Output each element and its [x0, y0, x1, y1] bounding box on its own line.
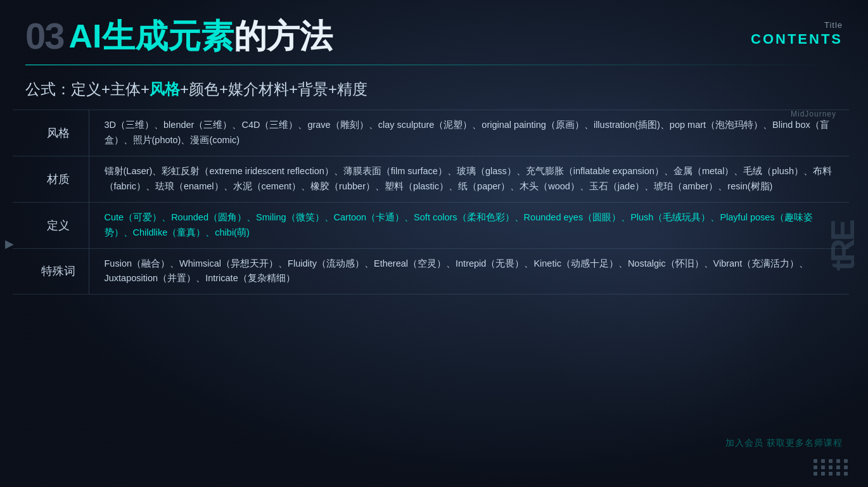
- dot: [821, 472, 825, 476]
- formula-label: 公式：定义+主体+: [25, 80, 150, 98]
- midjourney-watermark: MidJourney: [791, 110, 836, 118]
- formula-highlight: 风格: [150, 80, 180, 98]
- table-row: 风格 3D（三维）、blender（三维）、C4D（三维）、grave（雕刻）、…: [13, 110, 849, 156]
- row-content-special: Fusion（融合）、Whimsical（异想天开）、Fluidity（流动感）…: [89, 248, 849, 294]
- dot: [844, 459, 848, 463]
- dot: [829, 459, 833, 463]
- dot: [844, 472, 848, 476]
- row-label-style: 风格: [13, 110, 89, 156]
- dot: [836, 465, 840, 469]
- bottom-watermark-text: 加入会员 获取更多名师课程: [725, 438, 843, 449]
- dot: [814, 459, 817, 463]
- dot: [844, 465, 848, 469]
- row-content-style: 3D（三维）、blender（三维）、C4D（三维）、grave（雕刻）、cla…: [89, 110, 849, 156]
- table-row: 定义 Cute（可爱）、Rounded（圆角）、Smiling（微笑）、Cart…: [13, 202, 849, 248]
- row-label-material: 材质: [13, 156, 89, 202]
- dot: [814, 465, 817, 469]
- vertical-decoration-text: tRE: [824, 222, 862, 271]
- dot: [836, 459, 840, 463]
- dot: [821, 465, 825, 469]
- dots-decoration: [814, 459, 849, 476]
- title-normal-part: 的方法: [234, 20, 333, 53]
- slide-number: 03: [25, 18, 64, 54]
- table-row: 材质 镭射(Laser)、彩虹反射（extreme iridescent ref…: [13, 156, 849, 202]
- row-content-definition: Cute（可爱）、Rounded（圆角）、Smiling（微笑）、Cartoon…: [89, 202, 849, 248]
- row-content-material: 镭射(Laser)、彩虹反射（extreme iridescent reflec…: [89, 156, 849, 202]
- dot: [829, 465, 833, 469]
- row-label-definition: 定义: [13, 202, 89, 248]
- header-right: Title CONTENTS: [751, 18, 843, 47]
- dot: [814, 472, 817, 476]
- table-row: 特殊词 Fusion（融合）、Whimsical（异想天开）、Fluidity（…: [13, 248, 849, 294]
- content-table: 风格 3D（三维）、blender（三维）、C4D（三维）、grave（雕刻）、…: [13, 110, 849, 294]
- title-cyan-part: AI生成元素: [69, 20, 234, 53]
- header: 03 AI生成元素 的方法 Title CONTENTS: [0, 0, 868, 54]
- slide-title: 03 AI生成元素 的方法: [25, 18, 333, 54]
- formula-section: 公式：定义+主体+风格+颜色+媒介材料+背景+精度: [0, 65, 868, 110]
- title-label: Title: [751, 20, 843, 30]
- dot: [821, 459, 825, 463]
- formula-rest: +颜色+媒介材料+背景+精度: [180, 80, 367, 98]
- dot: [836, 472, 840, 476]
- contents-label: CONTENTS: [751, 31, 843, 47]
- content-table-area: MidJourney 风格 3D（三维）、blender（三维）、C4D（三维）…: [0, 110, 868, 294]
- dot: [829, 472, 833, 476]
- row-label-special: 特殊词: [13, 248, 89, 294]
